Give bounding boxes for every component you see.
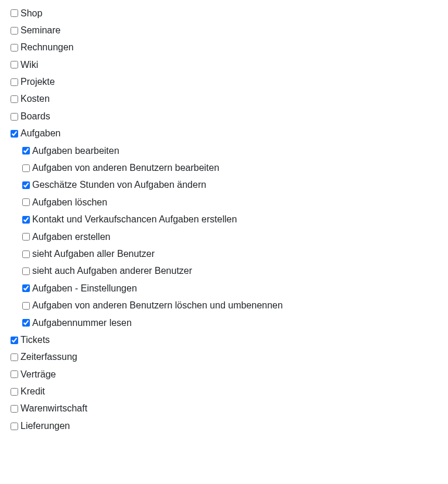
permission-children-aufgaben: Aufgaben bearbeitenAufgaben von anderen … xyxy=(11,142,448,331)
permission-label-kosten: Kosten xyxy=(20,94,50,104)
permission-item-shop: Shop xyxy=(11,5,448,22)
permission-label-lieferungen: Lieferungen xyxy=(20,421,70,431)
permission-checkbox-aufgaben-andere-sehen[interactable] xyxy=(22,267,30,275)
permission-checkbox-wiki[interactable] xyxy=(11,61,18,68)
permission-checkbox-zeiterfassung[interactable] xyxy=(11,353,18,361)
permission-item-aufgaben-andere-bearbeiten: Aufgaben von anderen Benutzern bearbeite… xyxy=(22,160,448,177)
permission-checkbox-seminare[interactable] xyxy=(11,27,18,35)
permission-label-warenwirtschaft: Warenwirtschaft xyxy=(20,403,87,414)
permission-item-kredit: Kredit xyxy=(11,383,448,400)
permission-label-zeiterfassung: Zeiterfassung xyxy=(20,352,77,362)
permission-checkbox-shop[interactable] xyxy=(11,9,18,17)
permission-label-rechnungen: Rechnungen xyxy=(20,42,74,53)
permission-item-projekte: Projekte xyxy=(11,74,448,91)
permission-label-aufgaben-kontakt-erstellen: Kontakt und Verkaufschancen Aufgaben ers… xyxy=(32,214,237,225)
permission-item-aufgaben-andere-loeschen: Aufgaben von anderen Benutzern löschen u… xyxy=(22,297,448,314)
permission-checkbox-aufgaben-bearbeiten[interactable] xyxy=(22,147,30,155)
permission-label-aufgabennummer-lesen: Aufgabennummer lesen xyxy=(32,318,132,328)
permission-item-aufgabennummer-lesen: Aufgabennummer lesen xyxy=(22,314,448,331)
permission-label-aufgaben-stunden-aendern: Geschätze Stunden von Aufgaben ändern xyxy=(32,180,206,190)
permission-label-aufgaben-andere-sehen: sieht auch Aufgaben anderer Benutzer xyxy=(32,266,192,276)
permission-item-seminare: Seminare xyxy=(11,22,448,39)
permission-label-kredit: Kredit xyxy=(20,386,45,397)
permission-item-aufgaben: Aufgaben xyxy=(11,125,448,142)
permission-label-aufgaben-andere-loeschen: Aufgaben von anderen Benutzern löschen u… xyxy=(32,300,283,311)
permission-label-seminare: Seminare xyxy=(20,25,60,36)
permission-checkbox-aufgaben-kontakt-erstellen[interactable] xyxy=(22,216,30,224)
permission-item-aufgaben-alle-sehen: sieht Aufgaben aller Benutzer xyxy=(22,245,448,262)
permission-checkbox-aufgaben[interactable] xyxy=(11,130,18,138)
permission-checkbox-aufgaben-loeschen[interactable] xyxy=(22,198,30,206)
permission-item-kosten: Kosten xyxy=(11,91,448,108)
permission-checkbox-aufgaben-einstellungen[interactable] xyxy=(22,284,30,292)
permission-item-wiki: Wiki xyxy=(11,56,448,73)
permission-item-aufgaben-bearbeiten: Aufgaben bearbeiten xyxy=(22,142,448,159)
permission-item-lieferungen: Lieferungen xyxy=(11,417,448,434)
permission-item-vertraege: Verträge xyxy=(11,366,448,383)
permission-label-aufgaben-erstellen: Aufgaben erstellen xyxy=(32,232,110,242)
permission-label-shop: Shop xyxy=(20,8,42,19)
permission-label-wiki: Wiki xyxy=(20,60,38,70)
permission-checkbox-aufgaben-erstellen[interactable] xyxy=(22,233,30,241)
permission-item-rechnungen: Rechnungen xyxy=(11,39,448,56)
permission-checkbox-aufgaben-andere-loeschen[interactable] xyxy=(22,302,30,310)
permission-item-aufgaben-andere-sehen: sieht auch Aufgaben anderer Benutzer xyxy=(22,263,448,280)
permission-checkbox-projekte[interactable] xyxy=(11,78,18,86)
permission-label-aufgaben-andere-bearbeiten: Aufgaben von anderen Benutzern bearbeite… xyxy=(32,163,219,173)
permission-item-tickets: Tickets xyxy=(11,331,448,348)
permission-checkbox-tickets[interactable] xyxy=(11,337,18,344)
permission-label-boards: Boards xyxy=(20,111,50,122)
permission-item-zeiterfassung: Zeiterfassung xyxy=(11,349,448,366)
permission-checkbox-aufgaben-stunden-aendern[interactable] xyxy=(22,181,30,189)
permission-checkbox-kosten[interactable] xyxy=(11,95,18,103)
permission-label-aufgaben-loeschen: Aufgaben löschen xyxy=(32,197,107,208)
permission-label-aufgaben-einstellungen: Aufgaben - Einstellungen xyxy=(32,283,137,294)
permission-checkbox-boards[interactable] xyxy=(11,113,18,121)
permission-item-warenwirtschaft: Warenwirtschaft xyxy=(11,400,448,417)
permission-label-tickets: Tickets xyxy=(20,335,50,345)
permission-label-vertraege: Verträge xyxy=(20,369,56,380)
permission-checkbox-aufgabennummer-lesen[interactable] xyxy=(22,319,30,327)
permission-label-aufgaben-alle-sehen: sieht Aufgaben aller Benutzer xyxy=(32,249,155,259)
permission-item-aufgaben-einstellungen: Aufgaben - Einstellungen xyxy=(22,280,448,297)
permission-checkbox-rechnungen[interactable] xyxy=(11,44,18,52)
permission-label-aufgaben-bearbeiten: Aufgaben bearbeiten xyxy=(32,146,119,156)
permission-label-projekte: Projekte xyxy=(20,77,55,87)
permission-checkbox-kredit[interactable] xyxy=(11,388,18,396)
permission-item-boards: Boards xyxy=(11,108,448,125)
permission-item-aufgaben-stunden-aendern: Geschätze Stunden von Aufgaben ändern xyxy=(22,177,448,194)
permission-checkbox-aufgaben-alle-sehen[interactable] xyxy=(22,250,30,258)
permission-item-aufgaben-loeschen: Aufgaben löschen xyxy=(22,194,448,211)
permission-item-aufgaben-erstellen: Aufgaben erstellen xyxy=(22,228,448,245)
permission-label-aufgaben: Aufgaben xyxy=(20,128,61,139)
permission-checkbox-warenwirtschaft[interactable] xyxy=(11,405,18,413)
permission-item-aufgaben-kontakt-erstellen: Kontakt und Verkaufschancen Aufgaben ers… xyxy=(22,211,448,228)
permissions-list: ShopSeminareRechnungenWikiProjekteKosten… xyxy=(11,5,448,435)
permission-checkbox-lieferungen[interactable] xyxy=(11,423,18,430)
permission-checkbox-vertraege[interactable] xyxy=(11,370,18,378)
permission-checkbox-aufgaben-andere-bearbeiten[interactable] xyxy=(22,164,30,172)
